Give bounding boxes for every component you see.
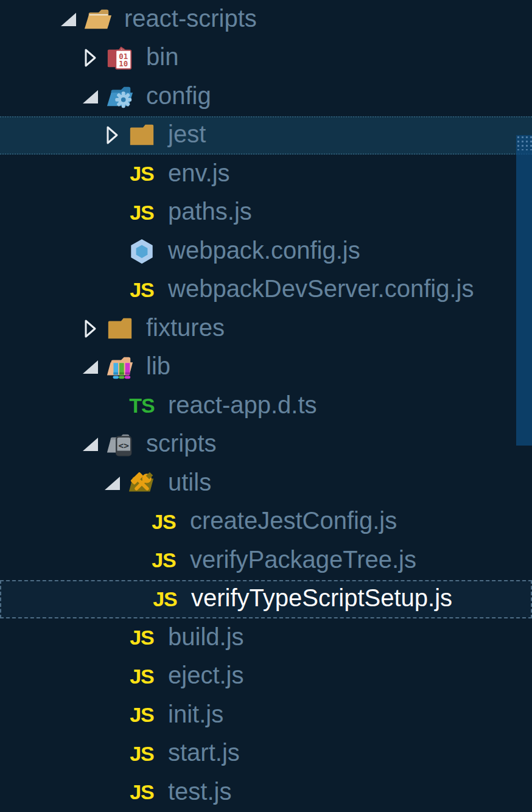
tree-item-label: env.js [168, 161, 230, 187]
folder-icon [106, 315, 134, 343]
tree-item-label: fixtures [146, 315, 225, 342]
svg-text:10: 10 [119, 60, 128, 69]
tree-row-verifyPackageTree.js[interactable]: JS verifyPackageTree.js [0, 541, 532, 580]
tree-row-webpack.config.js[interactable]: webpack.config.js [0, 232, 532, 271]
tree-row-react-app.d.ts[interactable]: TS react-app.d.ts [0, 387, 532, 425]
collapse-arrow-icon[interactable] [82, 433, 99, 455]
tree-row-test.js[interactable]: JS test.js [0, 773, 532, 812]
js-icon: JS [128, 779, 156, 807]
tree-row-init.js[interactable]: JS init.js [0, 696, 532, 735]
arrow-spacer [103, 665, 121, 687]
tree-row-verifyTypeScriptSetup.js[interactable]: JS verifyTypeScriptSetup.js [0, 580, 532, 619]
arrow-spacer [127, 588, 144, 610]
tree-item-label: webpackDevServer.config.js [168, 276, 474, 303]
folder-scripts-icon: <> [106, 430, 134, 458]
js-icon: JS [128, 701, 156, 729]
tree-row-react-scripts[interactable]: react-scripts [0, 0, 532, 39]
vertical-scrollbar-thumb[interactable] [516, 135, 532, 446]
tree-item-label: scripts [146, 431, 217, 458]
tree-row-env.js[interactable]: JS env.js [0, 155, 532, 194]
tree-row-utils[interactable]: utils [0, 464, 532, 503]
expand-arrow-icon[interactable] [82, 318, 99, 340]
tree-item-label: webpack.config.js [168, 238, 360, 265]
js-icon: JS [128, 624, 156, 652]
tree-row-build.js[interactable]: JS build.js [0, 618, 532, 657]
tree-item-label: react-app.d.ts [168, 393, 317, 419]
expand-arrow-icon[interactable] [103, 124, 121, 146]
file-explorer-tree: react-scripts 0110 bin config jest JS en… [0, 0, 532, 812]
tree-row-jest[interactable]: jest [0, 116, 532, 155]
expand-arrow-icon[interactable] [82, 47, 99, 69]
folder-config-icon [106, 83, 134, 111]
tree-row-fixtures[interactable]: fixtures [0, 309, 532, 348]
tree-row-paths.js[interactable]: JS paths.js [0, 194, 532, 233]
tree-item-label: bin [146, 44, 178, 71]
arrow-spacer [125, 511, 142, 533]
tree-row-bin[interactable]: 0110 bin [0, 39, 532, 78]
tree-row-webpackDevServer.config.js[interactable]: JS webpackDevServer.config.js [0, 271, 532, 310]
collapse-arrow-icon[interactable] [82, 356, 99, 378]
tree-row-createJestConfig.js[interactable]: JS createJestConfig.js [0, 503, 532, 542]
tree-item-label: start.js [168, 740, 240, 767]
tree-row-config[interactable]: config [0, 77, 532, 116]
js-icon: JS [128, 740, 156, 768]
tree-item-label: test.js [168, 779, 231, 806]
tree-item-label: react-scripts [124, 6, 257, 33]
ts-icon: TS [128, 392, 156, 420]
js-icon: JS [128, 276, 156, 304]
tree-item-label: paths.js [168, 199, 252, 226]
js-icon: JS [128, 160, 156, 188]
tree-item-label: verifyTypeScriptSetup.js [191, 586, 452, 612]
arrow-spacer [103, 782, 121, 803]
tree-item-label: createJestConfig.js [190, 508, 397, 535]
arrow-spacer [103, 743, 121, 765]
tree-row-start.js[interactable]: JS start.js [0, 735, 532, 774]
arrow-spacer [125, 550, 142, 572]
svg-text:<>: <> [119, 441, 130, 450]
collapse-arrow-icon[interactable] [60, 9, 77, 30]
js-icon: JS [150, 547, 178, 575]
tree-item-label: eject.js [168, 663, 244, 690]
arrow-spacer [103, 201, 121, 223]
tree-item-label: config [146, 83, 211, 110]
arrow-spacer [103, 240, 121, 262]
tree-item-label: verifyPackageTree.js [190, 547, 416, 574]
tree-row-eject.js[interactable]: JS eject.js [0, 657, 532, 696]
js-icon: JS [150, 508, 178, 536]
arrow-spacer [103, 395, 121, 417]
tree-item-label: utils [168, 470, 211, 497]
js-icon: JS [151, 585, 179, 613]
js-icon: JS [128, 662, 156, 690]
arrow-spacer [103, 627, 121, 649]
tree-item-label: lib [146, 354, 170, 380]
tree-row-lib[interactable]: lib [0, 348, 532, 387]
tree-item-label: jest [168, 122, 206, 149]
collapse-arrow-icon[interactable] [82, 86, 99, 108]
arrow-spacer [103, 704, 121, 726]
webpack-icon [128, 237, 156, 265]
js-icon: JS [128, 198, 156, 226]
tree-item-label: build.js [168, 625, 244, 651]
folder-lib-icon [106, 353, 134, 381]
folder-open-icon [84, 5, 112, 33]
collapse-arrow-icon[interactable] [103, 472, 121, 494]
arrow-spacer [103, 279, 121, 301]
folder-binary-icon: 0110 [106, 44, 134, 72]
tree-item-label: init.js [168, 702, 223, 729]
tree-row-scripts[interactable]: <> scripts [0, 425, 532, 464]
folder-icon [128, 121, 156, 149]
folder-utils-icon [128, 469, 156, 497]
arrow-spacer [103, 163, 121, 185]
